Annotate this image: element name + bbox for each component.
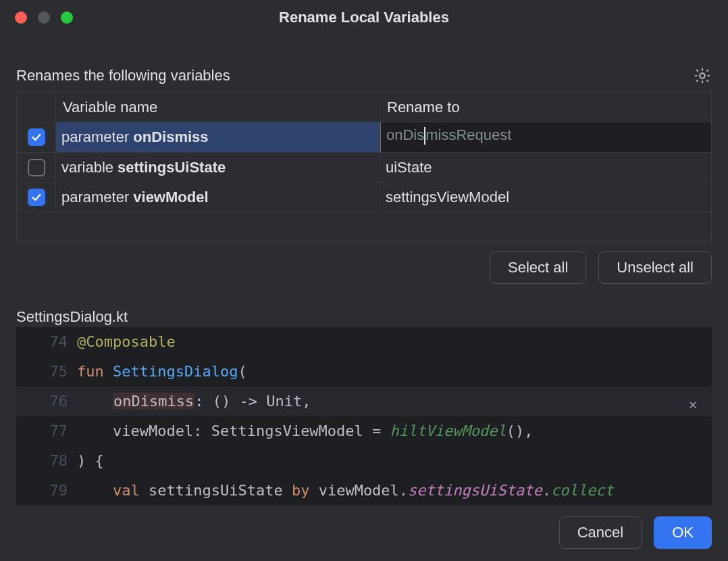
code-line: 75fun SettingsDialog(: [16, 357, 712, 387]
row-checkbox[interactable]: [28, 189, 45, 206]
row-rename-to[interactable]: uiState: [380, 152, 711, 182]
line-number: 77: [16, 416, 77, 446]
gear-icon[interactable]: [693, 66, 712, 85]
code-line: 78) {: [16, 446, 712, 476]
table-header-checkbox: [17, 93, 56, 122]
line-number: 74: [16, 327, 77, 357]
close-icon[interactable]: ✕: [689, 389, 697, 419]
row-checkbox-cell: [17, 152, 56, 182]
section-label: Renames the following variables: [16, 67, 230, 84]
code-content: onDismiss: () -> Unit,: [77, 387, 712, 416]
window-title: Rename Local Variables: [0, 9, 728, 26]
unselect-all-button[interactable]: Unselect all: [598, 251, 712, 284]
code-content: @Composable: [77, 327, 712, 357]
window-minimize-button[interactable]: [38, 11, 50, 24]
table-header: Variable name Rename to: [17, 93, 711, 122]
window-maximize-button[interactable]: [61, 11, 73, 24]
rename-table: Variable name Rename to parameter onDism…: [16, 92, 712, 242]
traffic-lights: [0, 11, 73, 24]
table-row[interactable]: parameter viewModelsettingsViewModel: [17, 182, 711, 212]
code-content: viewModel: SettingsViewModel = hiltViewM…: [77, 416, 712, 446]
row-checkbox[interactable]: [28, 159, 45, 176]
row-checkbox-cell: [17, 122, 56, 152]
row-checkbox[interactable]: [28, 128, 45, 146]
table-row[interactable]: variable settingsUiStateuiState: [17, 152, 711, 182]
code-content: ) {: [77, 446, 712, 476]
code-line: 74@Composable: [16, 327, 712, 357]
select-all-button[interactable]: Select all: [490, 251, 586, 284]
code-preview: 74@Composable75fun SettingsDialog(76 onD…: [16, 327, 712, 506]
row-variable-name[interactable]: parameter viewModel: [56, 182, 380, 212]
code-line: 76 onDismiss: () -> Unit,: [16, 387, 712, 416]
row-variable-name[interactable]: parameter onDismiss: [56, 122, 380, 152]
table-header-name: Variable name: [56, 93, 380, 122]
code-content: fun SettingsDialog(: [77, 357, 712, 387]
line-number: 76: [16, 387, 77, 416]
window-close-button[interactable]: [15, 11, 27, 24]
row-variable-name[interactable]: variable settingsUiState: [56, 152, 380, 182]
row-rename-to[interactable]: onDismissRequest: [380, 122, 711, 152]
table-header-rename: Rename to: [380, 93, 711, 122]
line-number: 79: [16, 476, 77, 506]
file-name-label: SettingsDialog.kt: [16, 308, 712, 326]
line-number: 78: [16, 446, 77, 476]
row-checkbox-cell: [17, 182, 56, 212]
code-content: val settingsUiState by viewModel.setting…: [77, 476, 712, 506]
code-line: 79 val settingsUiState by viewModel.sett…: [16, 476, 712, 506]
table-footer: [17, 212, 711, 241]
line-number: 75: [16, 357, 77, 387]
row-rename-to[interactable]: settingsViewModel: [380, 182, 711, 212]
ok-button[interactable]: OK: [654, 516, 712, 549]
cancel-button[interactable]: Cancel: [559, 516, 642, 549]
code-line: 77 viewModel: SettingsViewModel = hiltVi…: [16, 416, 712, 446]
titlebar: Rename Local Variables: [0, 0, 728, 35]
table-row[interactable]: parameter onDismissonDismissRequest: [17, 122, 711, 152]
svg-point-0: [700, 73, 704, 78]
